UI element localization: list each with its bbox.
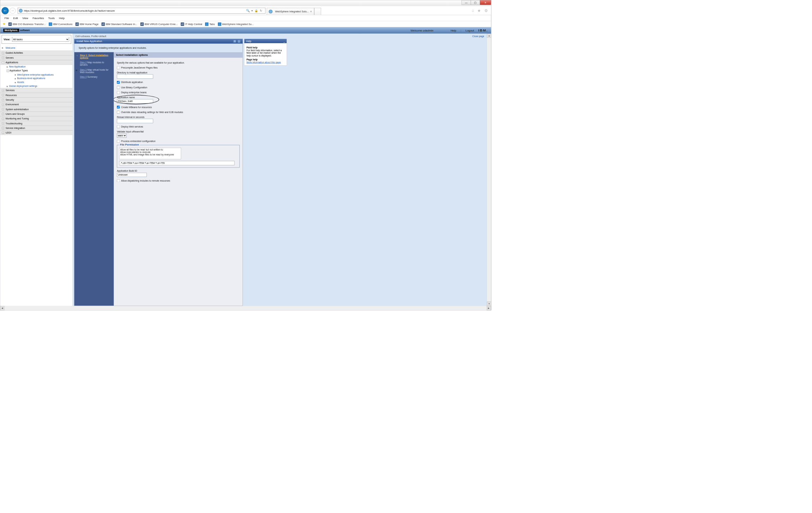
expand-icon[interactable]: + [2, 52, 4, 54]
favorite-link[interactable]: w3IBM Home Page [76, 22, 98, 26]
expand-icon[interactable]: + [2, 131, 4, 134]
deploy-ejb-checkbox[interactable]: Deploy enterprise beans [117, 91, 240, 94]
menu-tools[interactable]: Tools [48, 17, 55, 20]
back-button[interactable]: ← [1, 7, 9, 14]
nav-application-types[interactable]: − Application Types [0, 69, 73, 72]
file-permission-input[interactable] [119, 161, 235, 165]
nav-new-application[interactable]: New Application [0, 65, 73, 69]
expand-icon[interactable]: + [2, 104, 4, 106]
favorite-link[interactable]: w3IT Help Central [181, 22, 202, 26]
nav-assets[interactable]: Assets [0, 80, 73, 84]
nav-item-monitoring-tuning[interactable]: +Monitoring and Tuning [0, 116, 73, 121]
app-name-input[interactable] [117, 99, 153, 104]
scroll-left-button[interactable]: ◀ [0, 306, 5, 310]
favorite-link[interactable]: w3IBM CIO Business Transfor... [8, 22, 46, 26]
help-minimize-icon[interactable]: _ [283, 40, 285, 42]
expand-icon[interactable]: + [2, 108, 4, 111]
install-dir-input[interactable] [117, 75, 153, 79]
favorites-star-icon[interactable]: ★ [477, 8, 481, 13]
menu-view[interactable]: View [22, 17, 28, 20]
tools-gear-icon[interactable]: ⚙ [484, 8, 488, 13]
nav-item-environment[interactable]: +Environment [0, 102, 73, 107]
nav-item-troubleshooting[interactable]: +Troubleshooting [0, 121, 73, 125]
tab-close-icon[interactable]: ✕ [310, 10, 312, 13]
expand-icon[interactable]: + [2, 94, 4, 96]
portlet-help-icon[interactable]: ? [233, 40, 236, 43]
expand-icon[interactable]: + [2, 89, 4, 92]
favorite-link[interactable]: WebSphere Integrated So... [218, 22, 254, 26]
add-favorite-icon[interactable]: ★ [2, 22, 5, 26]
window-close-button[interactable]: ✕ [480, 0, 491, 5]
nav-was-enterprise-apps[interactable]: WebSphere enterprise applications [0, 73, 73, 77]
expand-icon[interactable]: + [2, 117, 4, 120]
expand-icon[interactable]: + [2, 122, 4, 125]
file-permission-list[interactable]: Allow all files to be read but not writt… [119, 148, 181, 159]
wizard-step-2[interactable]: Step 2 Map modules to servers [77, 61, 112, 66]
nav-item-services[interactable]: +Services [0, 88, 73, 93]
favorite-link[interactable]: w3IBM Standard Software In... [101, 22, 137, 26]
favorite-link[interactable]: IBM Connections [49, 22, 72, 26]
menu-favorites[interactable]: Favorites [32, 17, 44, 20]
nav-item-system-administration[interactable]: +System administration [0, 107, 73, 112]
menu-file[interactable]: File [5, 17, 9, 20]
new-tab-button[interactable] [314, 8, 321, 15]
expand-icon[interactable]: + [2, 57, 4, 59]
close-page-link[interactable]: Close page [472, 35, 484, 37]
menu-help[interactable]: Help [59, 17, 65, 20]
use-binary-config-checkbox[interactable]: Use Binary Configuration [117, 86, 240, 89]
window-maximize-button[interactable]: ▢ [471, 0, 480, 5]
wizard-step-1[interactable]: → Step 1: Select installation options [77, 54, 112, 59]
process-embedded-checkbox[interactable]: Process embedded configuration [117, 140, 240, 143]
expand-icon[interactable]: + [2, 99, 4, 101]
nav-global-deployment-settings[interactable]: Global deployment settings [0, 84, 73, 88]
nav-item-resources[interactable]: +Resources [0, 93, 73, 98]
validate-input-select[interactable]: warn [117, 134, 127, 138]
logout-link[interactable]: Logout [466, 29, 474, 32]
allow-dispatching-checkbox[interactable]: Allow dispatching includes to remote res… [117, 179, 240, 182]
build-id-input[interactable] [117, 173, 147, 177]
nav-item-service-integration[interactable]: +Service integration [0, 126, 73, 130]
view-select[interactable]: All tasks [12, 37, 69, 42]
portlet-minimize-icon[interactable]: _ [238, 40, 240, 43]
dropdown-icon[interactable]: ▾ [251, 9, 253, 12]
browser-tab-active[interactable]: WebSphere Integrated Solu... ✕ [267, 8, 314, 15]
page-help-link[interactable]: More information about this page [246, 61, 281, 64]
override-reload-checkbox[interactable]: Override class reloading settings for We… [117, 111, 240, 113]
nav-welcome[interactable]: Welcome [0, 45, 73, 51]
nav-item-guided-activities[interactable]: +Guided Activities [0, 51, 73, 55]
search-icon[interactable]: 🔍 [246, 9, 250, 12]
address-bar[interactable]: https://dceimgud.pok.stglabs.ibm.com:973… [18, 7, 265, 13]
home-icon[interactable]: ⌂ [472, 8, 474, 13]
scroll-down-button[interactable]: ▼ [487, 302, 491, 306]
forward-button[interactable]: → [10, 7, 16, 13]
scroll-track[interactable] [487, 38, 491, 302]
help-link[interactable]: Help [450, 29, 456, 32]
scroll-right-button[interactable]: ▶ [487, 306, 491, 310]
precompile-jsp-checkbox[interactable]: Precompile JavaServer Pages files [117, 66, 240, 69]
nav-item-users-and-groups[interactable]: +Users and Groups [0, 112, 73, 116]
wizard-step-4[interactable]: Step 4 Summary [77, 76, 112, 78]
scroll-up-button[interactable]: ▲ [487, 34, 491, 38]
reload-interval-input[interactable] [117, 119, 153, 123]
favorite-link[interactable]: Tabs [205, 22, 215, 26]
menu-edit[interactable]: Edit [13, 17, 18, 20]
distribute-app-checkbox[interactable]: Distribute application [117, 81, 240, 84]
create-mbeans-checkbox[interactable]: Create MBeans for resources [117, 106, 240, 108]
nav-item-servers[interactable]: +Servers [0, 55, 73, 60]
nav-item-applications[interactable]: −Applications [0, 60, 73, 65]
collapse-icon[interactable]: − [2, 61, 4, 64]
refresh-icon[interactable]: ↻ [260, 9, 262, 12]
favorite-link[interactable]: w3IBM VIRUS Computer Eme... [140, 22, 178, 26]
wizard-step-3[interactable]: ◆ Step 3 Map virtual hosts for Web modul… [77, 69, 112, 74]
nav-item-security[interactable]: +Security [0, 98, 73, 102]
scroll-track[interactable] [5, 306, 487, 310]
nav-business-level-apps[interactable]: Business-level applications [0, 77, 73, 81]
deploy-ws-checkbox[interactable]: Deploy Web services [117, 125, 240, 128]
window-minimize-button[interactable]: — [461, 0, 471, 5]
expand-icon[interactable]: + [2, 127, 4, 129]
collapse-icon[interactable]: − [7, 70, 9, 72]
expand-icon[interactable]: + [2, 113, 4, 115]
nav-item-uddi[interactable]: +UDDI [0, 130, 73, 135]
vertical-scrollbar[interactable]: ▲ ▼ [487, 34, 491, 306]
horizontal-scrollbar[interactable]: ◀ ▶ [0, 306, 491, 310]
